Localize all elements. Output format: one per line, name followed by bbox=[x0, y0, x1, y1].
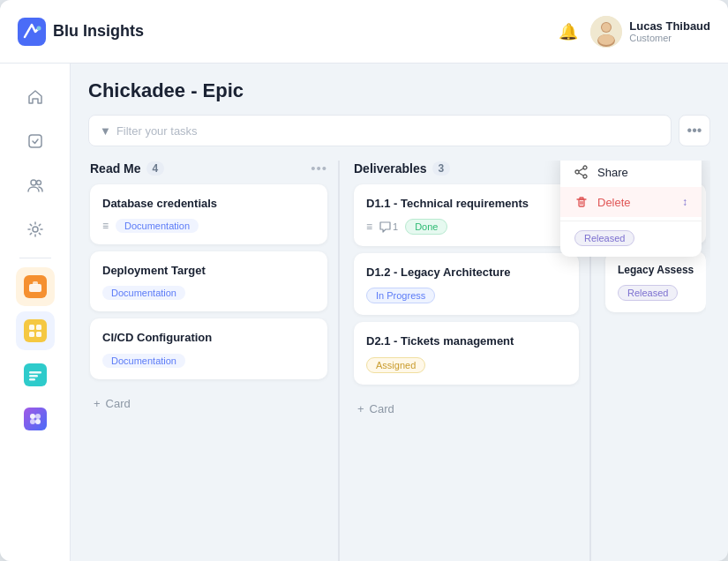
delete-label: Delete bbox=[597, 196, 631, 209]
sidebar-divider bbox=[19, 258, 51, 258]
share-icon bbox=[574, 165, 589, 179]
gear-icon bbox=[26, 221, 44, 238]
card-tag-doc: Documentation bbox=[116, 219, 199, 233]
card-tag-assigned: Assigned bbox=[366, 357, 425, 373]
add-card-button-deliverables[interactable]: + Card bbox=[354, 395, 579, 423]
svg-point-23 bbox=[35, 419, 41, 424]
column-count-deliverables: 3 bbox=[432, 161, 451, 176]
svg-rect-0 bbox=[18, 18, 46, 46]
svg-rect-19 bbox=[29, 378, 35, 381]
logo-icon bbox=[18, 18, 46, 46]
lines-icon: ≡ bbox=[366, 221, 372, 233]
card-title: D1.1 - Technical requirements bbox=[366, 196, 567, 212]
card-d1-technical[interactable]: D1.1 - Technical requirements ≡ 1 Done bbox=[354, 184, 579, 246]
sidebar-item-orange[interactable] bbox=[16, 267, 55, 306]
card-meta: Released bbox=[618, 285, 694, 301]
sidebar-item-team[interactable] bbox=[16, 166, 55, 205]
check-icon bbox=[26, 132, 44, 150]
svg-point-21 bbox=[35, 414, 41, 419]
add-card-label: Card bbox=[370, 402, 394, 415]
user-info[interactable]: Lucas Thibaud Customer bbox=[590, 16, 710, 48]
chat-icon bbox=[379, 221, 391, 233]
card-title: Deployment Target bbox=[102, 263, 315, 279]
user-name: Lucas Thibaud bbox=[629, 19, 710, 33]
purple-project-icon bbox=[24, 408, 47, 430]
svg-point-1 bbox=[37, 26, 41, 30]
app-name: Blu Insights bbox=[53, 22, 144, 41]
card-legacy-assess[interactable]: Legacy Assess… Released bbox=[605, 251, 706, 312]
card-d1-legacy[interactable]: D1.2 - Legacy Architecture In Progress bbox=[354, 253, 579, 315]
notification-bell-icon[interactable]: 🔔 bbox=[559, 22, 578, 41]
divider bbox=[560, 221, 702, 221]
card-tag-doc: Documentation bbox=[102, 286, 185, 300]
dropdown-menu: Share Delete ↕ bbox=[560, 161, 702, 257]
card-title: D1.2 - Legacy Architecture bbox=[366, 265, 567, 280]
card-meta: ≡ Documentation bbox=[102, 219, 315, 233]
topbar: Blu Insights 🔔 Lucas Thibaud Customer bbox=[0, 0, 728, 64]
svg-point-6 bbox=[598, 34, 614, 45]
card-meta: Documentation bbox=[102, 354, 315, 368]
more-options-button[interactable]: ••• bbox=[679, 115, 710, 146]
column-header-deliverables: Deliverables 3 ••• bbox=[354, 161, 579, 176]
card-title: Database credentials bbox=[102, 196, 315, 212]
dropdown-delete[interactable]: Delete ↕ bbox=[560, 187, 702, 217]
svg-rect-17 bbox=[29, 371, 41, 374]
sidebar bbox=[0, 64, 71, 561]
trash-icon bbox=[574, 195, 589, 209]
card-title: CI/CD Configuration bbox=[102, 330, 315, 346]
svg-rect-13 bbox=[29, 325, 34, 330]
comment-count: 1 bbox=[393, 221, 398, 232]
card-meta: Documentation bbox=[102, 286, 315, 300]
yellow-project-icon bbox=[24, 319, 47, 342]
column-more-read-me[interactable]: ••• bbox=[311, 161, 327, 176]
share-label: Share bbox=[597, 166, 628, 179]
card-deployment-target[interactable]: Deployment Target Documentation bbox=[90, 251, 327, 311]
svg-rect-16 bbox=[36, 332, 41, 337]
card-d2-tickets[interactable]: D2.1 - Tickets management Assigned bbox=[354, 322, 579, 384]
teal-project-icon bbox=[24, 363, 47, 386]
svg-rect-11 bbox=[29, 284, 41, 292]
avatar-image bbox=[590, 16, 622, 48]
svg-point-9 bbox=[36, 181, 41, 185]
card-meta: Assigned bbox=[366, 357, 567, 373]
dropdown-released-item: Released bbox=[560, 225, 702, 251]
logo[interactable]: Blu Insights bbox=[18, 18, 144, 46]
card-title: Legacy Assess… bbox=[618, 263, 694, 278]
sidebar-item-purple[interactable] bbox=[16, 400, 55, 438]
sidebar-item-teal[interactable] bbox=[16, 355, 55, 394]
svg-point-25 bbox=[583, 175, 587, 178]
cursor-indicator: ↕ bbox=[682, 196, 687, 208]
add-card-button-read-me[interactable]: + Card bbox=[90, 390, 327, 417]
svg-point-8 bbox=[31, 180, 36, 185]
column-title-read-me: Read Me bbox=[90, 161, 141, 176]
sidebar-item-yellow[interactable] bbox=[16, 311, 55, 350]
dropdown-share[interactable]: Share bbox=[560, 161, 702, 187]
main-layout: Chickadee - Epic ▼ Filter your tasks •••… bbox=[0, 64, 728, 561]
sidebar-item-home[interactable] bbox=[16, 78, 55, 116]
user-role: Customer bbox=[629, 33, 710, 43]
column-read-me: Read Me 4 ••• Database credentials ≡ Doc… bbox=[88, 161, 340, 561]
column-deliverables: Deliverables 3 ••• D1.1 - Technical requ… bbox=[340, 161, 591, 561]
toolbar: ▼ Filter your tasks ••• bbox=[88, 115, 710, 146]
home-icon bbox=[26, 88, 44, 106]
sidebar-item-settings[interactable] bbox=[16, 210, 55, 249]
svg-point-24 bbox=[583, 166, 587, 169]
svg-rect-15 bbox=[29, 332, 34, 337]
svg-rect-7 bbox=[29, 135, 41, 147]
card-tag-doc: Documentation bbox=[102, 354, 185, 368]
sidebar-item-tasks[interactable] bbox=[16, 122, 55, 161]
svg-rect-14 bbox=[36, 325, 41, 330]
plus-icon: + bbox=[94, 397, 101, 410]
svg-rect-12 bbox=[33, 281, 38, 285]
filter-placeholder: Filter your tasks bbox=[116, 124, 198, 138]
svg-point-5 bbox=[602, 23, 611, 32]
user-details: Lucas Thibaud Customer bbox=[629, 19, 710, 43]
filter-bar[interactable]: ▼ Filter your tasks bbox=[88, 115, 672, 146]
more-dots-icon: ••• bbox=[687, 123, 702, 138]
card-database-credentials[interactable]: Database credentials ≡ Documentation bbox=[90, 184, 327, 244]
svg-point-20 bbox=[30, 414, 35, 419]
card-cicd-config[interactable]: CI/CD Configuration Documentation bbox=[90, 318, 327, 378]
plus-icon: + bbox=[357, 402, 364, 415]
card-tag-inprogress: In Progress bbox=[366, 288, 435, 303]
svg-point-22 bbox=[30, 419, 35, 424]
